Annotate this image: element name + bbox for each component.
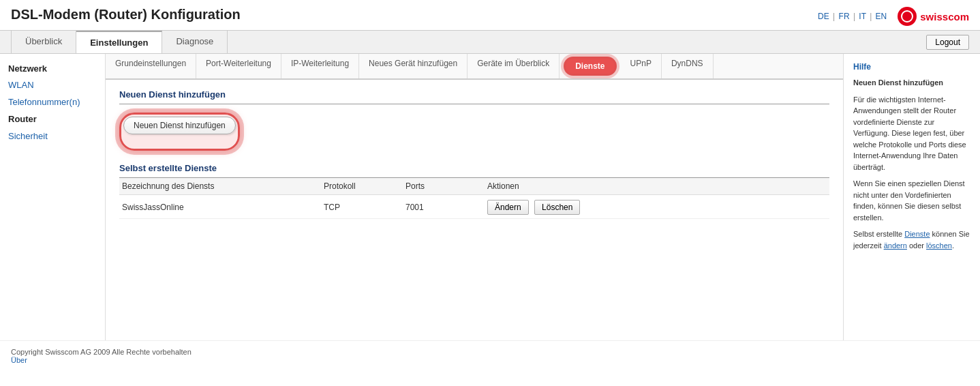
lang-it[interactable]: IT	[859, 12, 866, 21]
lang-de[interactable]: DE	[818, 12, 829, 21]
tab-einstellungen[interactable]: Einstellungen	[76, 31, 162, 53]
section-divider-1	[119, 104, 829, 104]
sub-tab-upnp[interactable]: UPnP	[621, 54, 662, 78]
sidebar: Netzwerk WLAN Telefonnummer(n) Router Si…	[0, 54, 106, 340]
help-title: Hilfe	[853, 61, 970, 73]
add-service-button[interactable]: Neuen Dienst hinzufügen	[123, 117, 236, 134]
swisscom-logo: swisscom	[898, 7, 969, 26]
cell-ports: 7001	[405, 203, 487, 212]
help-sidebar: Hilfe Neuen Dienst hinzufügen Für die wi…	[844, 54, 980, 340]
aendern-button[interactable]: Ändern	[487, 200, 529, 215]
help-para-0-strong: Neuen Dienst hinzufügen	[853, 78, 943, 87]
table-header: Bezeichnung des Diensts Protokoll Ports …	[119, 177, 829, 195]
help-para-1: Für die wichtigsten Internet-Anwendungen…	[853, 94, 970, 173]
sidebar-item-sicherheit[interactable]: Sicherheit	[0, 128, 105, 145]
sub-tab-dienste[interactable]: Dienste	[564, 57, 616, 76]
language-switcher[interactable]: DE | FR | IT | EN	[818, 12, 887, 21]
col-header-protokoll: Protokoll	[324, 181, 405, 191]
sub-tab-neues-geraet[interactable]: Neues Gerät hinzufügen	[359, 54, 468, 78]
tab-ueberblick[interactable]: Überblick	[11, 31, 76, 53]
help-para-3: Selbst erstellte Dienste können Sie jede…	[853, 228, 970, 251]
page-header: DSL-Modem (Router) Konfiguration DE | FR…	[0, 0, 980, 30]
help-para-0: Neuen Dienst hinzufügen	[853, 77, 970, 89]
copyright-text: Copyright Swisscom AG 2009 Alle Rechte v…	[11, 348, 192, 356]
cell-bezeichnung: SwissJassOnline	[119, 203, 324, 212]
footer-copyright: Copyright Swisscom AG 2009 Alle Rechte v…	[11, 348, 969, 356]
content-inner: Neuen Dienst hinzufügen Neuen Dienst hin…	[106, 80, 843, 228]
help-link-aendern[interactable]: ändern	[884, 241, 907, 250]
help-para-2: Wenn Sie einen speziellen Dienst nicht u…	[853, 178, 970, 223]
swisscom-text: swisscom	[920, 11, 969, 23]
sidebar-item-wlan[interactable]: WLAN	[0, 76, 105, 93]
top-navigation: Überblick Einstellungen Diagnose Logout	[0, 30, 980, 54]
swisscom-icon	[898, 7, 917, 26]
sub-tab-grundeinstellungen[interactable]: Grundeinstellungen	[106, 54, 196, 78]
help-link-loeschen[interactable]: löschen	[926, 241, 952, 250]
loeschen-button[interactable]: Löschen	[534, 200, 580, 215]
sub-tab-dyndns[interactable]: DynDNS	[662, 54, 714, 78]
top-nav-tabs: Überblick Einstellungen Diagnose	[11, 31, 228, 53]
sub-tab-ip-weiterleitung[interactable]: IP-Weiterleitung	[281, 54, 359, 78]
sidebar-section-netzwerk: Netzwerk	[0, 59, 105, 76]
lang-fr[interactable]: FR	[839, 12, 850, 21]
col-header-ports: Ports	[405, 181, 487, 191]
logout-button[interactable]: Logout	[926, 35, 969, 50]
main-content: Netzwerk WLAN Telefonnummer(n) Router Si…	[0, 54, 980, 340]
footer-link-row: Über	[11, 356, 969, 364]
sidebar-item-telefonnummer[interactable]: Telefonnummer(n)	[0, 93, 105, 110]
add-service-highlight: Neuen Dienst hinzufügen	[119, 113, 240, 151]
col-header-aktionen: Aktionen	[487, 181, 624, 191]
page-title: DSL-Modem (Router) Konfiguration	[11, 7, 241, 23]
cell-aktionen: Ändern Löschen	[487, 200, 624, 215]
col-header-bezeichnung: Bezeichnung des Diensts	[119, 181, 324, 191]
lang-en[interactable]: EN	[876, 12, 887, 21]
selbst-section: Selbst erstellte Dienste Bezeichnung des…	[119, 163, 829, 219]
content-area: Grundeinstellungen Port-Weiterleitung IP…	[106, 54, 844, 340]
table-row: SwissJassOnline TCP 7001 Ändern Löschen	[119, 196, 829, 219]
cell-protokoll: TCP	[324, 203, 405, 212]
add-service-btn-wrapper: Neuen Dienst hinzufügen	[119, 113, 829, 151]
sub-tab-geraete-ueberblick[interactable]: Geräte im Überblick	[468, 54, 560, 78]
add-service-section-title: Neuen Dienst hinzufügen	[119, 89, 829, 100]
sub-tab-port-weiterleitung[interactable]: Port-Weiterleitung	[196, 54, 281, 78]
tab-diagnose[interactable]: Diagnose	[162, 31, 228, 53]
footer-ueber-link[interactable]: Über	[11, 356, 27, 364]
help-link-dienste[interactable]: Dienste	[904, 230, 930, 238]
selbst-section-title: Selbst erstellte Dienste	[119, 163, 829, 173]
footer: Copyright Swisscom AG 2009 Alle Rechte v…	[0, 340, 980, 371]
sub-tabs: Grundeinstellungen Port-Weiterleitung IP…	[106, 54, 843, 80]
header-right: DE | FR | IT | EN swisscom	[818, 7, 969, 26]
sidebar-item-router[interactable]: Router	[0, 110, 105, 128]
